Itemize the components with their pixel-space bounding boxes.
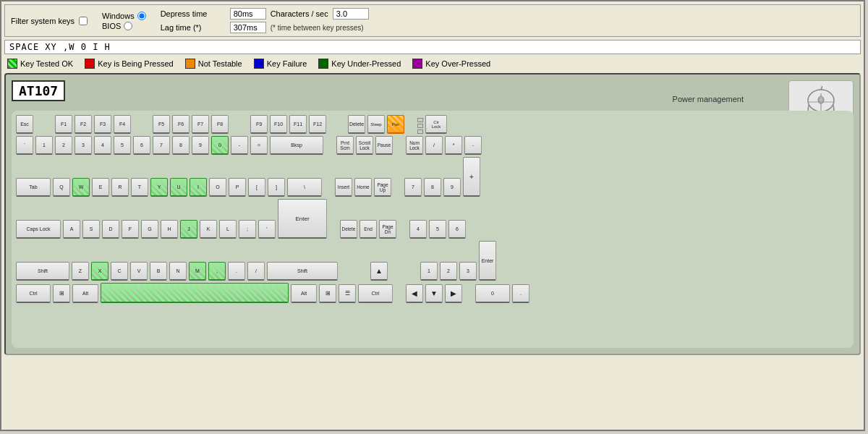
key-2[interactable]: 2: [55, 136, 72, 155]
key-rshift[interactable]: Shift: [267, 262, 338, 281]
key-power[interactable]: Pwr: [387, 115, 404, 134]
key-t[interactable]: T: [131, 178, 148, 197]
key-esc[interactable]: Esc: [16, 115, 33, 134]
key-sleep[interactable]: Sleep: [367, 115, 385, 134]
key-backspace[interactable]: Bksp: [270, 136, 323, 155]
key-f5[interactable]: F5: [153, 115, 170, 134]
key-rctrl[interactable]: Ctrl: [358, 284, 393, 303]
key-ralt[interactable]: Alt: [291, 284, 317, 303]
num-star[interactable]: *: [445, 136, 462, 155]
key-o[interactable]: O: [209, 178, 226, 197]
num-5[interactable]: 5: [429, 220, 446, 239]
key-home[interactable]: Home: [354, 178, 372, 197]
key-pgdn[interactable]: PageDn: [379, 220, 396, 239]
key-1[interactable]: 1: [35, 136, 53, 155]
key-minus[interactable]: -: [231, 136, 248, 155]
key-x[interactable]: X: [91, 262, 109, 281]
key-backslash[interactable]: \: [287, 178, 322, 197]
key-f11[interactable]: F11: [289, 115, 307, 134]
key-f4[interactable]: F4: [114, 115, 131, 134]
key-a[interactable]: A: [63, 220, 80, 239]
num-9[interactable]: 9: [443, 178, 461, 197]
key-del[interactable]: Delete: [340, 220, 357, 239]
key-f3[interactable]: F3: [94, 115, 111, 134]
key-8[interactable]: 8: [172, 136, 190, 155]
num-8[interactable]: 8: [424, 178, 441, 197]
num-minus[interactable]: -: [464, 136, 482, 155]
key-7[interactable]: 7: [153, 136, 170, 155]
key-b[interactable]: B: [150, 262, 167, 281]
key-9[interactable]: 9: [192, 136, 209, 155]
key-comma[interactable]: ,: [208, 262, 226, 281]
key-scrlk[interactable]: ScrollLock: [356, 136, 373, 155]
key-space[interactable]: [101, 283, 289, 303]
filter-checkbox[interactable]: [79, 17, 88, 25]
key-f12[interactable]: F12: [309, 115, 326, 134]
num-1[interactable]: 1: [420, 262, 438, 281]
key-up[interactable]: ▲: [370, 262, 388, 281]
key-i[interactable]: I: [190, 178, 207, 197]
num-6[interactable]: 6: [448, 220, 466, 239]
key-n[interactable]: N: [169, 262, 187, 281]
key-f8[interactable]: F8: [211, 115, 229, 134]
key-menu[interactable]: ☰: [339, 284, 356, 303]
key-down[interactable]: ▼: [425, 284, 443, 303]
key-5[interactable]: 5: [114, 136, 131, 155]
key-enter[interactable]: Enter: [278, 199, 327, 239]
key-rwin[interactable]: ⊞: [319, 284, 336, 303]
num-slash[interactable]: /: [425, 136, 443, 155]
key-clr-lock[interactable]: ClrLock: [425, 115, 447, 134]
key-w[interactable]: W: [72, 178, 90, 197]
num-2[interactable]: 2: [440, 262, 457, 281]
key-f6[interactable]: F6: [172, 115, 190, 134]
key-d[interactable]: D: [102, 220, 119, 239]
num-plus[interactable]: +: [463, 157, 480, 197]
key-insert[interactable]: Insert: [335, 178, 352, 197]
key-ins[interactable]: PrntScrn: [336, 136, 354, 155]
key-u[interactable]: U: [170, 178, 187, 197]
key-k[interactable]: K: [200, 220, 217, 239]
key-semicolon[interactable]: ;: [239, 220, 256, 239]
key-4[interactable]: 4: [94, 136, 111, 155]
key-slash[interactable]: /: [247, 262, 265, 281]
key-6[interactable]: 6: [133, 136, 150, 155]
key-j[interactable]: J: [180, 220, 197, 239]
key-g[interactable]: G: [141, 220, 158, 239]
key-f9[interactable]: F9: [250, 115, 268, 134]
key-capslock[interactable]: Caps Lock: [16, 220, 61, 239]
key-right[interactable]: ▶: [445, 284, 462, 303]
key-z[interactable]: Z: [72, 262, 89, 281]
key-e[interactable]: E: [92, 178, 109, 197]
key-y[interactable]: Y: [150, 178, 168, 197]
key-rbracket[interactable]: ]: [268, 178, 285, 197]
key-lshift[interactable]: Shift: [16, 262, 69, 281]
key-r[interactable]: R: [111, 178, 129, 197]
num-0[interactable]: 0: [475, 284, 510, 303]
key-lctrl[interactable]: Ctrl: [16, 284, 51, 303]
key-s[interactable]: S: [82, 220, 100, 239]
key-f2[interactable]: F2: [75, 115, 92, 134]
key-f10[interactable]: F10: [270, 115, 287, 134]
num-enter[interactable]: Enter: [479, 241, 496, 281]
key-lalt[interactable]: Alt: [72, 284, 98, 303]
key-f[interactable]: F: [122, 220, 139, 239]
key-l[interactable]: L: [219, 220, 237, 239]
key-pause[interactable]: Pause: [375, 136, 393, 155]
key-q[interactable]: Q: [53, 178, 70, 197]
key-h[interactable]: H: [161, 220, 178, 239]
num-4[interactable]: 4: [409, 220, 427, 239]
key-0[interactable]: 0: [211, 136, 229, 155]
key-delete[interactable]: Delete: [348, 115, 365, 134]
key-quote[interactable]: ': [258, 220, 276, 239]
key-period[interactable]: .: [228, 262, 245, 281]
num-3[interactable]: 3: [459, 262, 477, 281]
key-tab[interactable]: Tab: [16, 178, 51, 197]
key-lbracket[interactable]: [: [248, 178, 265, 197]
key-3[interactable]: 3: [75, 136, 92, 155]
windows-radio[interactable]: [137, 12, 146, 20]
key-v[interactable]: V: [130, 262, 148, 281]
key-equals[interactable]: =: [250, 136, 268, 155]
num-dot[interactable]: .: [512, 284, 529, 303]
key-backtick[interactable]: `: [16, 136, 33, 155]
key-left[interactable]: ◀: [406, 284, 423, 303]
